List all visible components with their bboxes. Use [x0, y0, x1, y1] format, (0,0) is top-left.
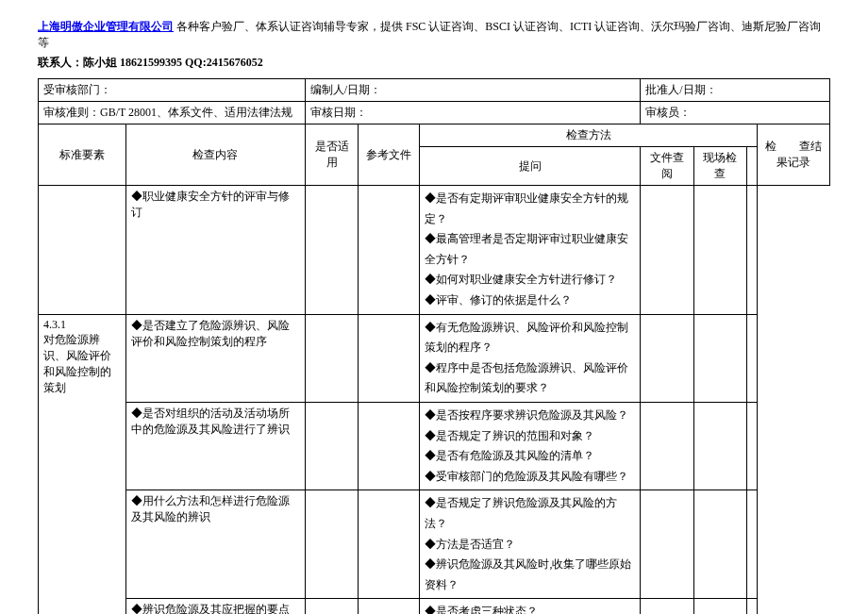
- h-element: 标准要素: [39, 124, 126, 186]
- audit-date-cell: 审核日期：: [305, 102, 640, 124]
- reference-cell: [359, 599, 420, 614]
- result-cell: [747, 402, 758, 490]
- question-cell: ◆有无危险源辨识、风险评价和风险控制策划的程序？◆程序中是否包括危险源辨识、风险…: [420, 314, 641, 402]
- h-result: 检 查结果记录: [758, 124, 830, 186]
- table-row: ◆职业健康安全方针的评审与修订◆是否有定期评审职业健康安全方针的规定？◆最高管理…: [39, 186, 830, 315]
- result-cell: [747, 599, 758, 614]
- criteria-row: 审核准则：GB/T 28001、体系文件、适用法律法规 审核日期： 审核员：: [39, 102, 830, 124]
- table-row: ◆辨识危险源及其应把握的要点◆是否考虑三种状态？◆是否考虑三种时态？◆是否考虑了…: [39, 599, 830, 614]
- applicable-cell: [305, 402, 358, 490]
- table-row: ◆用什么方法和怎样进行危险源及其风险的辨识◆是否规定了辨识危险源及其风险的方法？…: [39, 490, 830, 599]
- element-cell: [39, 186, 126, 315]
- content-cell: ◆是否对组织的活动及活动场所中的危险源及其风险进行了辨识: [126, 402, 306, 490]
- doc-cell: [641, 402, 693, 490]
- question-cell: ◆是否规定了辨识危险源及其风险的方法？◆方法是否适宜？◆辨识危险源及其风险时,收…: [420, 490, 641, 599]
- h-content: 检查内容: [126, 124, 306, 186]
- question-item: ◆有无危险源辨识、风险评价和风险控制策划的程序？: [425, 318, 635, 358]
- h-site: 现场检查: [693, 147, 746, 186]
- applicable-cell: [305, 490, 358, 599]
- auditor-cell: 审核员：: [641, 102, 830, 124]
- table-row: 4.3.1 对危险源辨识、风险评价和风险控制的策划◆是否建立了危险源辨识、风险评…: [39, 314, 830, 402]
- h-question: 提问: [420, 147, 641, 186]
- reference-cell: [359, 314, 420, 402]
- element-cell: 4.3.1 对危险源辨识、风险评价和风险控制的策划: [39, 314, 126, 614]
- question-item: ◆辨识危险源及其风险时,收集了哪些原始资料？: [425, 555, 635, 595]
- info-row: 受审核部门： 编制人/日期： 批准人/日期：: [39, 79, 830, 102]
- approver-cell: 批准人/日期：: [641, 79, 830, 102]
- result-cell: [747, 314, 758, 402]
- h-applicable: 是否适用: [305, 124, 358, 186]
- header-line-1: 上海明傲企业管理有限公司 各种客户验厂、体系认证咨询辅导专家，提供 FSC 认证…: [38, 19, 830, 51]
- h-doc: 文件查阅: [641, 147, 693, 186]
- dept-cell: 受审核部门：: [39, 79, 306, 102]
- content-cell: ◆职业健康安全方针的评审与修订: [126, 186, 306, 315]
- applicable-cell: [305, 599, 358, 614]
- applicable-cell: [305, 186, 358, 315]
- question-item: ◆评审、修订的依据是什么？: [425, 290, 635, 311]
- site-cell: [693, 186, 746, 315]
- h-reference: 参考文件: [359, 124, 420, 186]
- question-item: ◆程序中是否包括危险源辨识、风险评价和风险控制策划的要求？: [425, 358, 635, 399]
- h-method: 检查方法: [420, 124, 758, 147]
- company-link[interactable]: 上海明傲企业管理有限公司: [38, 20, 174, 33]
- content-cell: ◆是否建立了危险源辨识、风险评价和风险控制策划的程序: [126, 314, 306, 402]
- question-item: ◆最高管理者是否定期评审过职业健康安全方针？: [425, 229, 635, 270]
- site-cell: [693, 490, 746, 599]
- site-cell: [693, 314, 746, 402]
- table-row: ◆是否对组织的活动及活动场所中的危险源及其风险进行了辨识◆是否按程序要求辨识危险…: [39, 402, 830, 490]
- question-item: ◆是否按程序要求辨识危险源及其风险？: [425, 406, 635, 426]
- audit-table: 受审核部门： 编制人/日期： 批准人/日期： 审核准则：GB/T 28001、体…: [38, 78, 830, 614]
- criteria-cell: 审核准则：GB/T 28001、体系文件、适用法律法规: [39, 102, 306, 124]
- doc-cell: [641, 186, 693, 315]
- reference-cell: [359, 186, 420, 315]
- content-cell: ◆用什么方法和怎样进行危险源及其风险的辨识: [126, 490, 306, 599]
- header-row-1: 标准要素 检查内容 是否适用 参考文件 检查方法 检 查结果记录: [39, 124, 830, 147]
- question-item: ◆是否规定了辨识的范围和对象？: [425, 426, 635, 447]
- question-item: ◆是否考虑三种状态？: [425, 602, 635, 614]
- site-cell: [693, 402, 746, 490]
- doc-cell: [641, 490, 693, 599]
- contact-line: 联系人：陈小姐 18621599395 QQ:2415676052: [38, 55, 830, 71]
- site-cell: [693, 599, 746, 614]
- question-cell: ◆是否有定期评审职业健康安全方针的规定？◆最高管理者是否定期评审过职业健康安全方…: [420, 186, 641, 315]
- result-cell: [747, 490, 758, 599]
- question-item: ◆如何对职业健康安全方针进行修订？: [425, 270, 635, 290]
- preparer-cell: 编制人/日期：: [305, 79, 640, 102]
- reference-cell: [359, 490, 420, 599]
- question-cell: ◆是否考虑三种状态？◆是否考虑三种时态？◆是否考虑了各种类型的危险情况？◆是否考…: [420, 599, 641, 614]
- applicable-cell: [305, 314, 358, 402]
- question-cell: ◆是否按程序要求辨识危险源及其风险？◆是否规定了辨识的范围和对象？◆是否有危险源…: [420, 402, 641, 490]
- question-item: ◆是否规定了辨识危险源及其风险的方法？: [425, 493, 635, 534]
- doc-cell: [641, 314, 693, 402]
- question-item: ◆是否有危险源及其风险的清单？: [425, 446, 635, 467]
- content-cell: ◆辨识危险源及其应把握的要点: [126, 599, 306, 614]
- reference-cell: [359, 402, 420, 490]
- question-item: ◆方法是否适宜？: [425, 535, 635, 556]
- question-item: ◆受审核部门的危险源及其风险有哪些？: [425, 467, 635, 488]
- question-item: ◆是否有定期评审职业健康安全方针的规定？: [425, 189, 635, 229]
- doc-cell: [641, 599, 693, 614]
- result-cell: [747, 186, 758, 315]
